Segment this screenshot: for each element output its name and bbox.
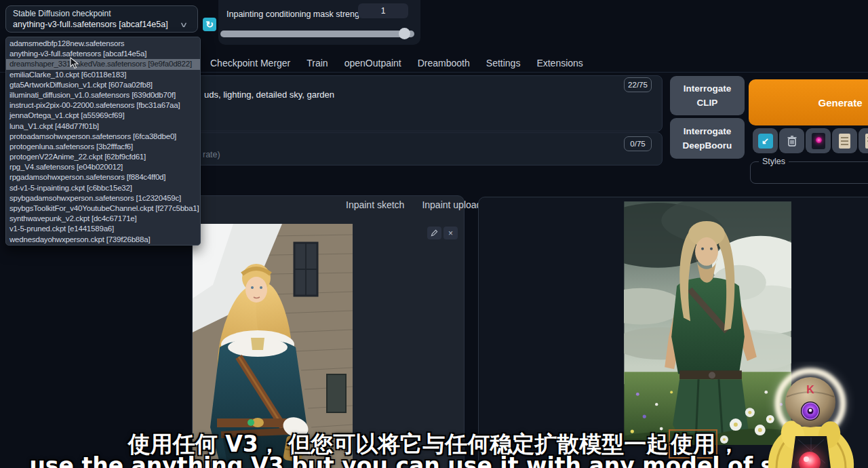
refresh-checkpoint-icon[interactable]: ↻ bbox=[203, 18, 216, 31]
checkpoint-value: anything-v3-full.safetensors [abcaf14e5a… bbox=[13, 20, 168, 29]
checkpoint-option[interactable]: sd-v1-5-inpainting.ckpt [c6bbc15e32] bbox=[6, 183, 200, 193]
save-style-icon bbox=[865, 134, 868, 149]
checkpoint-option[interactable]: v1-5-pruned.ckpt [e1441589a6] bbox=[6, 224, 200, 234]
checkpoint-option[interactable]: rpgadamsohwxperson.safetensors [f884c4ff… bbox=[6, 172, 200, 182]
checkpoint-option[interactable]: rpg_V4.safetensors [e04b020012] bbox=[6, 162, 200, 172]
checkpoint-option[interactable]: wednesdayohwxperson.ckpt [739f26b88a] bbox=[6, 235, 200, 245]
tab-settings[interactable]: Settings bbox=[486, 58, 521, 69]
checkpoint-option[interactable]: spybgsToolkitFor_v40YoutubeChannel.ckpt … bbox=[6, 203, 200, 214]
generate-button[interactable]: Generate bbox=[749, 79, 868, 125]
mouse-cursor bbox=[70, 57, 79, 69]
flower-card-icon bbox=[812, 133, 825, 149]
mask-strength-slider-handle[interactable] bbox=[399, 28, 410, 39]
trash-icon bbox=[787, 135, 797, 147]
interrogate-clip-line1: Interrogate bbox=[670, 81, 745, 96]
checkpoint-options-list: adamsmedbfp128new.safetensors anything-v… bbox=[5, 37, 201, 246]
checkpoint-option[interactable]: spybgadamsohwxperson.safetensors [1c2320… bbox=[6, 193, 200, 203]
checkpoint-option[interactable]: luna_V1.ckpt [448d77f01b] bbox=[6, 121, 200, 132]
tab-extensions[interactable]: Extensions bbox=[536, 58, 583, 69]
checkpoint-option[interactable]: protogenluna.safetensors [3b2fffacf6] bbox=[6, 142, 200, 152]
negative-prompt-textarea[interactable] bbox=[192, 132, 663, 165]
interrogate-clip-button[interactable]: Interrogate CLIP bbox=[670, 76, 745, 115]
tab-dreambooth[interactable]: Dreambooth bbox=[418, 58, 470, 69]
checkpoint-option[interactable]: jennaOrtega_v1.ckpt [a55969cf69] bbox=[6, 111, 200, 121]
tab-openoutpaint[interactable]: openOutpaint bbox=[344, 58, 401, 69]
stable-diffusion-webui: Inpainting conditioning mask strength 1 … bbox=[0, 0, 868, 468]
mask-strength-label: Inpainting conditioning mask strength bbox=[226, 9, 372, 20]
checkpoint-option[interactable]: gta5ArtworkDiffusion_v1.ckpt [607aa02fb8… bbox=[6, 80, 200, 90]
paste-params-button[interactable]: ↙ bbox=[753, 128, 778, 153]
clear-prompt-button[interactable] bbox=[779, 128, 804, 153]
interrogate-deepbooru-line1: Interrogate bbox=[670, 124, 745, 138]
styles-dropdown[interactable]: Styles bbox=[750, 157, 868, 184]
interrogate-clip-line2: CLIP bbox=[670, 96, 745, 110]
avatar-letter: K bbox=[806, 384, 814, 395]
checkpoint-option[interactable]: adamsmedbfp128new.safetensors bbox=[6, 39, 200, 49]
streamer-avatar: K bbox=[763, 362, 859, 468]
checkpoint-option[interactable]: protoadamsohwxperson.safetensors [6fca38… bbox=[6, 132, 200, 142]
interrogate-deepbooru-line2: DeepBooru bbox=[670, 138, 745, 153]
tab-inpaint-upload[interactable]: Inpaint upload bbox=[422, 199, 481, 210]
tab-train[interactable]: Train bbox=[307, 58, 328, 69]
checkpoint-label: Stable Diffusion checkpoint bbox=[13, 9, 191, 18]
mask-strength-slider[interactable] bbox=[220, 31, 414, 37]
paste-arrow-icon: ↙ bbox=[758, 134, 773, 149]
mask-strength-value-input[interactable]: 1 bbox=[358, 3, 408, 18]
pencil-icon bbox=[431, 229, 438, 237]
clipboard-icon bbox=[839, 134, 850, 149]
inpaint-tab-bar: Inpaint sketch Inpaint upload Batch bbox=[192, 199, 462, 210]
extra-networks-button[interactable] bbox=[806, 128, 831, 153]
negative-prompt-placeholder: rate) bbox=[203, 150, 220, 159]
tab-checkpoint-merger[interactable]: Checkpoint Merger bbox=[210, 58, 290, 69]
checkpoint-option[interactable]: synthwavepunk_v2.ckpt [dc4c67171e] bbox=[6, 214, 200, 224]
interrogate-deepbooru-button[interactable]: Interrogate DeepBooru bbox=[670, 118, 745, 159]
prompt-token-counter: 22/75 bbox=[624, 77, 652, 92]
checkpoint-option[interactable]: emiliaClarke_10.ckpt [6c0118e183] bbox=[6, 70, 200, 80]
subtitle-english: use the anything V3 but you can use it w… bbox=[0, 452, 868, 468]
checkpoint-option[interactable]: anything-v3-full.safetensors [abcaf14e5a… bbox=[6, 49, 200, 59]
styles-label: Styles bbox=[759, 157, 789, 166]
chevron-down-icon: ∨ bbox=[180, 20, 189, 29]
prompt-text: uds, lighting, detailed sky, garden bbox=[204, 90, 334, 100]
checkpoint-option-highlighted[interactable]: dreamshaper_331BakedVae.safetensors [9e9… bbox=[6, 59, 200, 69]
negative-prompt-token-counter: 0/75 bbox=[624, 136, 652, 151]
prompt-textarea[interactable] bbox=[192, 75, 663, 132]
image-close-button[interactable]: × bbox=[443, 227, 458, 239]
checkpoint-option[interactable]: illuminati_diffusion_v1.0.safetensors [6… bbox=[6, 90, 200, 100]
checkpoint-option[interactable]: instruct-pix2pix-00-22000.safetensors [f… bbox=[6, 100, 200, 111]
image-edit-button[interactable] bbox=[427, 227, 441, 239]
checkpoint-dropdown[interactable]: Stable Diffusion checkpoint anything-v3-… bbox=[5, 5, 198, 33]
tab-inpaint-sketch[interactable]: Inpaint sketch bbox=[346, 199, 404, 210]
apply-style-button[interactable] bbox=[832, 128, 857, 153]
save-style-button[interactable] bbox=[859, 128, 868, 153]
checkpoint-option[interactable]: protogenV22Anime_22.ckpt [62bf9cfd61] bbox=[6, 152, 200, 162]
